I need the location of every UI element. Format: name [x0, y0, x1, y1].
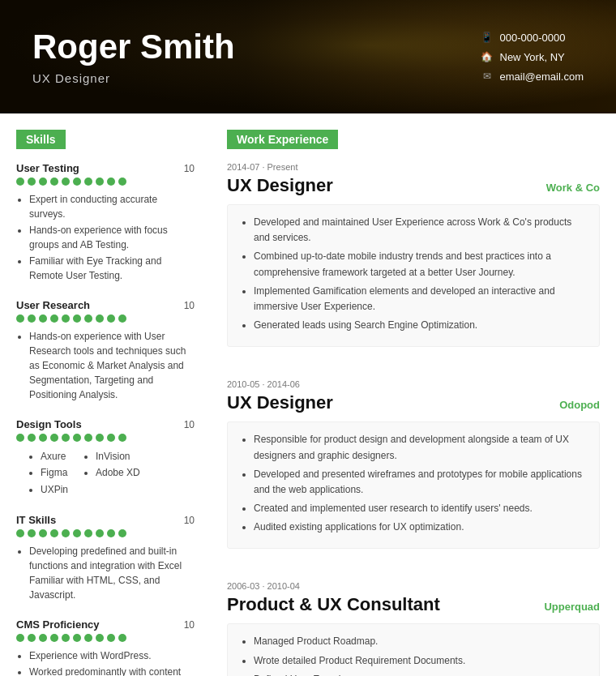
- skill-dot: [96, 178, 104, 186]
- skill-dot: [84, 178, 92, 186]
- candidate-name: Roger Smith: [32, 28, 481, 66]
- work-bullet-item: Defined User Experience.: [254, 672, 586, 676]
- skill-dots-0: [16, 178, 195, 186]
- skill-dot: [107, 434, 115, 442]
- work-bullet-item: Audited existing applications for UX opt…: [254, 520, 586, 535]
- work-block-0: 2014-07 · PresentUX DesignerWork & CoDev…: [227, 162, 600, 347]
- skill-title-1: User Research: [16, 299, 90, 311]
- skill-dot: [50, 434, 58, 442]
- work-bullet-item: Generated leads using Search Engine Opti…: [254, 318, 586, 333]
- skill-dot: [107, 529, 115, 537]
- skill-title-3: IT Skills: [16, 514, 56, 526]
- skill-bullet-item: Experience with WordPress.: [29, 648, 195, 663]
- skill-dot: [16, 314, 24, 323]
- skill-dot: [73, 178, 81, 186]
- skill-dot: [16, 529, 24, 537]
- skill-dot: [73, 314, 81, 323]
- skill-dot: [96, 529, 104, 537]
- work-experience-list: 2014-07 · PresentUX DesignerWork & CoDev…: [227, 162, 600, 676]
- work-bullet-item: Developed and presented wireframes and p…: [254, 467, 586, 498]
- work-title-0: UX Designer: [227, 175, 333, 196]
- skills-list: User Testing10Expert in conducting accur…: [16, 162, 195, 676]
- skill-dot: [28, 314, 36, 323]
- header-contact: 📱 000-000-0000 🏠 New York, NY ✉ email@em…: [481, 31, 584, 83]
- skill-dot: [62, 314, 70, 323]
- skill-dot: [50, 529, 58, 537]
- skill-dot: [96, 314, 104, 323]
- skill-bullet-item: Familiar with Eye Tracking and Remote Us…: [29, 254, 195, 283]
- skill-dots-4: [16, 634, 195, 642]
- tool-item: InVision: [96, 448, 140, 464]
- skill-dot: [118, 434, 126, 442]
- work-experience-section-header: Work Experience: [227, 130, 338, 149]
- skill-title-0: User Testing: [16, 162, 79, 174]
- work-card-2: Managed Product Roadmap.Wrote detailed P…: [227, 623, 600, 676]
- skill-dot: [16, 434, 24, 442]
- header-left: Roger Smith UX Designer: [32, 28, 481, 84]
- skill-score-3: 10: [184, 515, 195, 526]
- skill-dot: [84, 434, 92, 442]
- skill-dot: [84, 529, 92, 537]
- work-card-0: Developed and maintained User Experience…: [227, 204, 600, 347]
- email-contact: ✉ email@email.com: [481, 70, 584, 83]
- skill-dot: [62, 529, 70, 537]
- skills-section-header: Skills: [16, 130, 66, 149]
- email-value: email@email.com: [500, 71, 584, 83]
- work-date-2: 2006-03 · 2010-04: [227, 581, 600, 591]
- right-column: Work Experience 2014-07 · PresentUX Desi…: [211, 130, 616, 676]
- work-title-row-0: UX DesignerWork & Co: [227, 175, 600, 196]
- skill-bullet-item: Developing predefined and built-in funct…: [29, 544, 195, 602]
- tool-item: UXPin: [41, 481, 68, 498]
- location-value: New York, NY: [500, 51, 565, 63]
- skill-bullets-1: Hands-on experience with User Research t…: [16, 329, 195, 402]
- skill-dot: [118, 529, 126, 537]
- skill-dot: [39, 314, 47, 323]
- work-bullets-2: Managed Product Roadmap.Wrote detailed P…: [241, 634, 586, 676]
- skill-dot: [118, 634, 126, 642]
- skill-dot: [28, 529, 36, 537]
- work-card-1: Responsible for product design and devel…: [227, 421, 600, 549]
- skill-dot: [39, 178, 47, 186]
- skill-dot: [16, 178, 24, 186]
- skill-block-0: User Testing10Expert in conducting accur…: [16, 162, 195, 283]
- skill-bullet-item: Expert in conducting accurate surveys.: [29, 192, 195, 221]
- skill-dot: [16, 634, 24, 642]
- skill-dot: [62, 434, 70, 442]
- skill-score-4: 10: [184, 619, 195, 631]
- skill-bullets-3: Developing predefined and built-in funct…: [16, 544, 195, 602]
- work-date-1: 2010-05 · 2014-06: [227, 379, 600, 389]
- work-bullets-1: Responsible for product design and devel…: [241, 432, 586, 535]
- email-icon: ✉: [481, 70, 494, 83]
- skill-title-2: Design Tools: [16, 418, 82, 430]
- tools-col-1: InVisionAdobe XD: [84, 448, 140, 498]
- skill-dot: [62, 178, 70, 186]
- work-bullet-item: Responsible for product design and devel…: [254, 432, 586, 463]
- left-column: Skills User Testing10Expert in conductin…: [0, 130, 211, 676]
- skill-dot: [107, 314, 115, 323]
- skill-dot: [50, 178, 58, 186]
- tool-item: Axure: [41, 448, 68, 464]
- skill-dots-3: [16, 529, 195, 537]
- skill-bullets-4: Experience with WordPress.Worked predomi…: [16, 648, 195, 676]
- location-icon: 🏠: [481, 50, 494, 63]
- header-section: Roger Smith UX Designer 📱 000-000-0000 🏠…: [0, 0, 616, 113]
- skill-dot: [96, 434, 104, 442]
- skill-dot: [62, 634, 70, 642]
- skill-bullet-item: Worked predominantly with content manage…: [29, 665, 195, 676]
- work-block-2: 2006-03 · 2010-04Product & UX Consultant…: [227, 581, 600, 676]
- skill-block-4: CMS Proficiency10Experience with WordPre…: [16, 618, 195, 676]
- work-bullet-item: Wrote detailed Product Requirement Docum…: [254, 653, 586, 669]
- work-bullets-0: Developed and maintained User Experience…: [241, 215, 586, 333]
- skill-dots-2: [16, 434, 195, 442]
- main-content: Skills User Testing10Expert in conductin…: [0, 113, 616, 676]
- work-bullet-item: Implemented Gamification elements and de…: [254, 284, 586, 314]
- work-title-2: Product & UX Consultant: [227, 594, 440, 615]
- skill-dot: [28, 634, 36, 642]
- work-title-1: UX Designer: [227, 392, 333, 413]
- skill-dot: [39, 434, 47, 442]
- skill-dot: [107, 178, 115, 186]
- skill-dot: [84, 314, 92, 323]
- skill-dot: [50, 634, 58, 642]
- skill-dot: [73, 634, 81, 642]
- phone-icon: 📱: [481, 31, 494, 44]
